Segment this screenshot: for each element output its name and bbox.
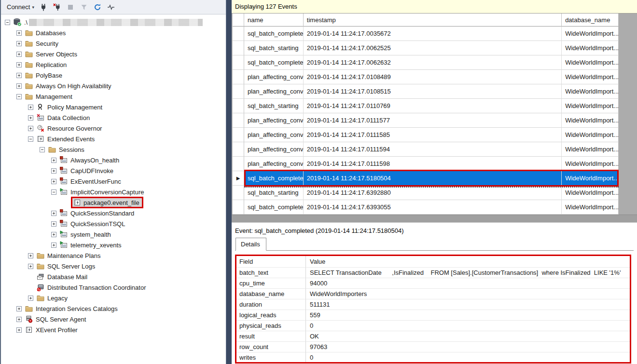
tree-item-polybase[interactable]: PolyBase	[1, 70, 226, 81]
event-cell-timestamp[interactable]: 2019-01-14 11:24:17.0062525	[304, 41, 562, 55]
expand-icon[interactable]	[16, 52, 22, 57]
expand-icon[interactable]	[51, 211, 56, 216]
tree-item-xevent-profiler[interactable]: XEvent Profiler	[1, 324, 226, 335]
details-row-result[interactable]: resultOK	[236, 331, 630, 342]
expand-icon[interactable]	[28, 105, 33, 110]
tree-item-legacy[interactable]: Legacy	[1, 293, 226, 303]
expand-icon[interactable]	[51, 243, 56, 248]
refresh-icon[interactable]	[92, 2, 103, 13]
event-cell-database-name[interactable]: WideWorldImport...	[562, 128, 619, 142]
event-cell-name[interactable]: plan_affecting_convert	[244, 113, 304, 128]
event-row[interactable]: sql_batch_starting2019-01-14 11:24:17.00…	[233, 41, 619, 55]
tree-item-sessions[interactable]: Sessions	[1, 144, 226, 155]
event-cell-timestamp[interactable]: 2019-01-14 11:24:17.6393055	[304, 200, 562, 215]
event-cell-database-name[interactable]: WideWorldImport...	[562, 142, 619, 157]
event-cell-database-name[interactable]: WideWorldImport...	[562, 84, 619, 99]
tree-item-quicksessionstandard[interactable]: QuickSessionStandard	[1, 208, 226, 218]
expand-icon[interactable]	[28, 296, 33, 301]
tab-details[interactable]: Details	[235, 238, 266, 251]
expand-icon[interactable]	[28, 115, 33, 121]
tree-item-management[interactable]: Management	[1, 91, 226, 102]
disconnect-plug-icon[interactable]	[52, 2, 62, 13]
tree-item-databases[interactable]: Databases	[1, 27, 226, 38]
tree-item-policy-management[interactable]: Policy Management	[1, 102, 226, 112]
column-header-timestamp[interactable]: timestamp	[304, 13, 562, 27]
expand-icon[interactable]	[16, 30, 22, 36]
event-cell-name[interactable]: plan_affecting_convert	[244, 142, 304, 157]
event-cell-timestamp[interactable]: 2019-01-14 11:24:17.0111598	[304, 157, 562, 171]
tree-item-replication[interactable]: Replication	[1, 59, 226, 70]
activity-monitor-icon[interactable]	[106, 2, 116, 13]
tree-item-package0-event-file[interactable]: package0.event_file	[1, 197, 226, 208]
event-cell-name[interactable]: plan_affecting_convert	[244, 157, 304, 171]
event-cell-name[interactable]: sql_batch_starting	[244, 41, 304, 55]
event-cell-name[interactable]: sql_batch_completed	[244, 27, 304, 41]
details-row-batch-text[interactable]: batch_textSELECT TransactionDate ,IsFina…	[236, 268, 630, 278]
event-cell-database-name[interactable]: WideWorldImport...	[562, 55, 619, 70]
tree-item-data-collection[interactable]: Data Collection	[1, 112, 226, 123]
tree-item-distributed-transaction-coordinator[interactable]: Distributed Transaction Coordinator	[1, 282, 226, 293]
event-cell-name[interactable]: sql_batch_starting	[244, 99, 304, 113]
details-row-writes[interactable]: writes0	[236, 352, 630, 363]
expand-icon[interactable]	[51, 158, 56, 163]
expand-icon[interactable]	[28, 253, 33, 258]
details-column-value[interactable]: Value	[306, 256, 630, 268]
event-cell-timestamp[interactable]: 2019-01-14 11:24:17.0111585	[304, 128, 562, 142]
expand-icon[interactable]	[16, 317, 22, 322]
event-cell-database-name[interactable]: WideWorldImport...	[562, 113, 619, 128]
event-cell-database-name[interactable]: WideWorldImport...	[562, 99, 619, 113]
connect-button[interactable]: Connect ▾	[5, 2, 36, 12]
collapse-icon[interactable]	[16, 94, 22, 99]
event-row[interactable]: sql_batch_completed2019-01-14 11:24:17.6…	[233, 200, 619, 215]
event-cell-database-name[interactable]: WideWorldImport...	[562, 27, 619, 41]
event-cell-timestamp[interactable]: 2019-01-14 11:24:17.0108515	[304, 84, 562, 99]
tree-item-capudfinvoke[interactable]: CapUDFInvoke	[1, 165, 226, 176]
collapse-icon[interactable]	[40, 147, 45, 152]
event-cell-name[interactable]: sql_batch_completed	[244, 200, 304, 215]
expand-icon[interactable]	[51, 232, 56, 237]
expand-icon[interactable]	[16, 41, 22, 46]
event-cell-database-name[interactable]: WideWorldImport...	[562, 186, 619, 200]
event-cell-timestamp[interactable]: 2019-01-14 11:24:17.5180504	[304, 171, 562, 186]
event-row[interactable]: sql_batch_starting2019-01-14 11:24:17.01…	[233, 99, 619, 113]
expand-icon[interactable]	[16, 83, 22, 89]
event-cell-timestamp[interactable]: 2019-01-14 11:24:17.0111577	[304, 113, 562, 128]
tree-item-server-objects[interactable]: Server Objects	[1, 49, 226, 59]
event-row[interactable]: sql_batch_completed2019-01-14 11:24:17.0…	[233, 55, 619, 70]
details-row-database-name[interactable]: database_nameWideWorldImporters	[236, 289, 630, 299]
event-row[interactable]: plan_affecting_convert2019-01-14 11:24:1…	[233, 157, 619, 171]
event-cell-timestamp[interactable]: 2019-01-14 11:24:17.0111594	[304, 142, 562, 157]
event-row[interactable]: plan_affecting_convert2019-01-14 11:24:1…	[233, 70, 619, 84]
expand-icon[interactable]	[16, 327, 22, 333]
horizontal-splitter[interactable]	[232, 215, 637, 223]
event-cell-database-name[interactable]: WideWorldImport...	[562, 171, 619, 186]
event-cell-name[interactable]: sql_batch_completed	[244, 55, 304, 70]
details-row-physical-reads[interactable]: physical_reads0	[236, 321, 630, 331]
event-cell-name[interactable]: plan_affecting_convert	[244, 128, 304, 142]
event-row[interactable]: ▶sql_batch_completed2019-01-14 11:24:17.…	[233, 171, 619, 186]
expand-icon[interactable]	[28, 264, 33, 269]
details-column-field[interactable]: Field	[236, 256, 306, 268]
column-header-name[interactable]: name	[244, 13, 304, 27]
expand-icon[interactable]	[16, 62, 22, 67]
details-row-cpu-time[interactable]: cpu_time94000	[236, 278, 630, 289]
expand-icon[interactable]	[51, 179, 56, 184]
event-cell-name[interactable]: sql_batch_starting	[244, 186, 304, 200]
event-cell-database-name[interactable]: WideWorldImport...	[562, 41, 619, 55]
stop-icon[interactable]	[65, 2, 76, 13]
event-row[interactable]: plan_affecting_convert2019-01-14 11:24:1…	[233, 113, 619, 128]
details-row-row-count[interactable]: row_count97063	[236, 342, 630, 352]
tree-item-alwayson-health[interactable]: AlwaysOn_health	[1, 155, 226, 165]
expand-icon[interactable]	[28, 126, 33, 131]
tree-item-resource-governor[interactable]: Resource Governor	[1, 123, 226, 134]
event-cell-name[interactable]: plan_affecting_convert	[244, 84, 304, 99]
expand-icon[interactable]	[16, 73, 22, 78]
event-cell-name[interactable]: sql_batch_completed	[244, 171, 304, 186]
tree-item-always-on-high-availability[interactable]: Always On High Availability	[1, 81, 226, 91]
event-row[interactable]: sql_batch_completed2019-01-14 11:24:17.0…	[233, 27, 619, 41]
details-row-logical-reads[interactable]: logical_reads559	[236, 310, 630, 321]
event-cell-timestamp[interactable]: 2019-01-14 11:24:17.0108489	[304, 70, 562, 84]
event-cell-database-name[interactable]: WideWorldImport...	[562, 157, 619, 171]
tree-item-extended-events[interactable]: Extended Events	[1, 134, 226, 144]
event-cell-database-name[interactable]: WideWorldImport...	[562, 70, 619, 84]
